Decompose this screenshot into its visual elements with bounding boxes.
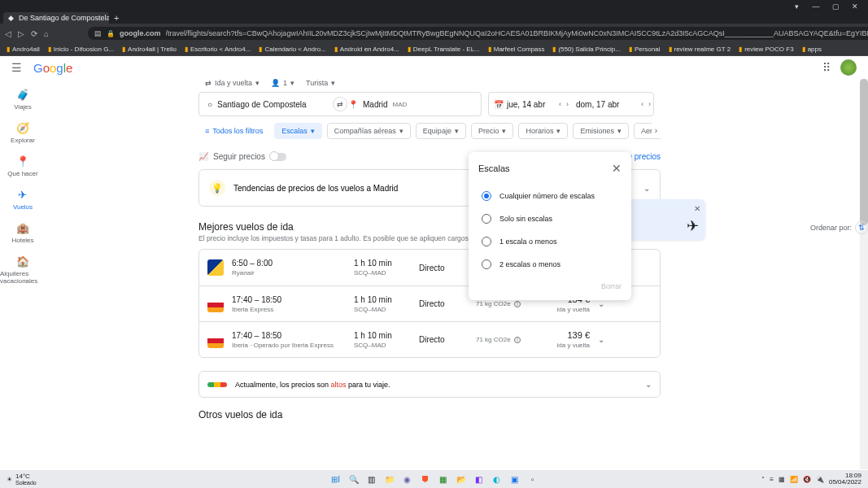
bookmark-item[interactable]: ▮(550) Salida Princip... [552,46,620,53]
window-minimize[interactable]: ▾ [787,2,806,11]
sidebar-item-vuelos[interactable]: ✈Vuelos [13,189,33,211]
close-icon[interactable]: ✕ [612,162,622,175]
nav-forward-icon[interactable]: ▷ [18,29,24,38]
address-bar[interactable]: ▤ 🔒 google.com /travel/flights/search?tf… [88,27,868,40]
new-tab-button[interactable]: + [114,13,119,23]
trip-type-select[interactable]: ⇄ Ida y vuelta ▾ [205,79,260,87]
option-label: 2 escalas o menos [499,260,560,268]
window-restore[interactable]: — [806,2,826,11]
filter-precio[interactable]: Precio ▾ [471,123,514,139]
volume-icon[interactable]: 🔇 [803,476,811,483]
stops-option[interactable]: Solo sin escalas [478,207,622,230]
origin-input[interactable]: ○ Santiago de Compostela [199,100,340,109]
filter-horarios[interactable]: Horarios ▾ [518,123,568,139]
sidebar-item-viajes[interactable]: 🧳Viajes [14,89,32,111]
filter-escalas[interactable]: Escalas ▾ [274,123,322,139]
stops-option[interactable]: 2 escalas o menos [478,253,622,276]
app-icon[interactable]: ▦ [437,473,450,486]
date-back-input[interactable]: dom, 17 abr [571,100,639,109]
weather-widget[interactable]: ☀ 14°CSoleado [7,473,37,486]
passengers-select[interactable]: 👤 1 ▾ [271,79,294,87]
class-select[interactable]: Turista ▾ [306,79,335,87]
trip-type-label: ida y vuelta [541,342,590,349]
system-tray[interactable]: ˄ ≡ ▦ 📶 🔇 🔌 18:0905/04/2022 [761,473,861,486]
trip-options-row: ⇄ Ida y vuelta ▾ 👤 1 ▾ Turista ▾ [198,79,868,87]
dates-input: 📅 jue, 14 abr ‹ › dom, 17 abr ‹ › [488,92,654,116]
other-flights-title: Otros vuelos de ida [198,409,868,420]
sidebar-item-alquileres-vacacionales[interactable]: 🏠Alquileres vacacionales [0,255,46,285]
swap-icon[interactable]: ⇄ [333,97,347,111]
stops-option[interactable]: 1 escala o menos [478,230,622,253]
wifi-icon[interactable]: 📶 [790,476,798,483]
clear-button[interactable]: Borrar [478,282,622,290]
app-icon[interactable]: ▣ [508,473,521,486]
close-icon[interactable]: ✕ [694,204,700,213]
sidebar-label: Viajes [14,103,32,111]
date-back-prev[interactable]: ‹ [639,100,646,108]
start-icon[interactable]: ⊞l [329,473,342,486]
track-prices-toggle[interactable]: 📈 Seguir precios [198,152,286,161]
sidebar-item-explorar[interactable]: 🧭Explorar [11,122,35,144]
date-out-input[interactable]: 📅 jue, 14 abr [489,100,556,109]
battery-icon[interactable]: 🔌 [816,476,824,483]
explorer-icon[interactable]: 📁 [383,473,396,486]
flight-row[interactable]: 17:40 – 18:50Iberia · Operado por Iberia… [199,322,660,357]
bookmark-item[interactable]: ▮Escritorio < Andro4... [185,46,251,53]
tab-favicon: ◆ [8,14,14,22]
all-filters-button[interactable]: ≡ Todos los filtros [198,123,269,139]
bookmark-item[interactable]: ▮Calendario < Andro... [259,46,325,53]
info-icon[interactable]: i [514,301,521,307]
bookmark-item[interactable]: ▮Andro4all [7,46,40,53]
price-insight-card[interactable]: Actualmente, los precios son altos para … [198,371,661,398]
date-back-next[interactable]: › [646,100,653,108]
search-icon[interactable]: 🔍 [347,473,360,486]
bookmark-item[interactable]: ▮Personal [629,46,661,53]
bookmark-item[interactable]: ▮review POCO F3 [739,46,793,53]
app-icon[interactable]: ▫ [526,473,539,486]
expand-icon[interactable]: ⌄ [598,299,604,308]
filter-compañías-aéreas[interactable]: Compañías aéreas ▾ [327,123,411,139]
bookmark-item[interactable]: ▮DeepL Translate - EL... [408,46,480,53]
taskview-icon[interactable]: ▥ [365,473,378,486]
bookmark-item[interactable]: ▮apps [802,46,822,53]
bookmark-item[interactable]: ▮Andro4all | Trello [122,46,177,53]
app-icon[interactable]: ◐ [491,473,504,486]
app-icon[interactable]: 📂 [455,473,468,486]
window-close[interactable]: ✕ [845,2,865,11]
nav-reload-icon[interactable]: ⟳ [31,29,37,38]
main-menu-icon[interactable]: ☰ [11,61,22,74]
tray-icon[interactable]: ▦ [779,476,785,483]
bookmark-item[interactable]: ▮Marfeel Compass [488,46,545,53]
window-maximize[interactable]: ▢ [826,2,845,11]
bookmark-item[interactable]: ▮review realme GT 2 [669,46,731,53]
date-out-next[interactable]: › [564,100,571,108]
filter-scroll-right[interactable]: › [652,123,661,138]
avatar[interactable] [840,59,857,76]
expand-icon[interactable]: ⌄ [643,184,650,193]
apps-grid-icon[interactable]: ⠿ [822,61,831,74]
tray-icon[interactable]: ≡ [770,476,774,483]
destination-input[interactable]: 📍 Madrid MAD [340,100,481,109]
expand-icon[interactable]: ⌄ [645,380,652,389]
google-logo[interactable]: Google [33,61,72,75]
nav-back-icon[interactable]: ◁ [5,29,11,38]
stops-option[interactable]: Cualquier número de escalas [478,185,622,207]
sidebar-label: Explorar [11,137,35,144]
sidebar-item-hoteles[interactable]: 🏨Hoteles [11,222,33,244]
app-icon[interactable]: ◧ [473,473,486,486]
sidebar-item-qué-hacer[interactable]: 📍Qué hacer [7,155,37,177]
filter-emisiones[interactable]: Emisiones ▾ [573,123,629,139]
browser-tab[interactable]: ◆ De Santiago de Compostela a M... ✕ [3,12,109,24]
teams-icon[interactable]: ◉ [401,473,414,486]
tray-chevron-icon[interactable]: ˄ [761,476,765,483]
bookmark-item[interactable]: ▮Android en Andro4... [334,46,399,53]
expand-icon[interactable]: ⌄ [598,335,604,344]
sort-by-button[interactable]: Ordenar por: ⇅ [810,221,868,234]
nav-home-icon[interactable]: ⌂ [44,29,49,38]
brave-icon[interactable]: ⛊ [419,473,432,486]
filter-equipaje[interactable]: Equipaje ▾ [416,123,466,139]
bookmark-item[interactable]: ▮Inicio - Difoosion G... [48,46,114,53]
info-icon[interactable]: i [514,337,521,343]
date-out-prev[interactable]: ‹ [556,100,564,108]
taskbar-apps: ⊞l 🔍 ▥ 📁 ◉ ⛊ ▦ 📂 ◧ ◐ ▣ ▫ [329,473,539,486]
